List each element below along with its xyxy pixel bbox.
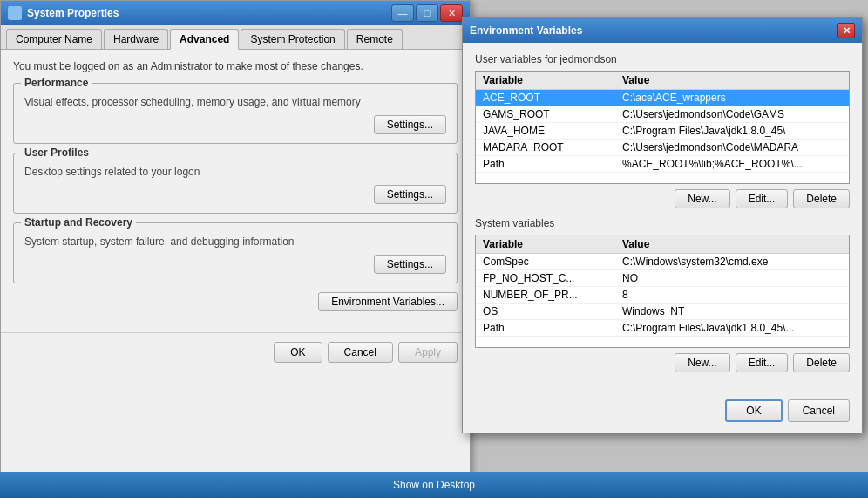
user-var-value: %ACE_ROOT%\lib;%ACE_ROOT%\...: [615, 156, 849, 173]
system-var-row[interactable]: FP_NO_HOST_C...NO: [476, 270, 849, 287]
system-vars-label: System variables: [475, 217, 850, 229]
system-props-title: System Properties: [27, 7, 119, 19]
system-vars-col-variable: Variable: [476, 235, 615, 254]
system-var-name: OS: [476, 304, 615, 320]
user-vars-table-container[interactable]: Variable Value ACE_ROOTC:\ace\ACE_wrappe…: [475, 71, 850, 184]
cancel-button[interactable]: Cancel: [328, 342, 393, 363]
tab-system-protection[interactable]: System Protection: [241, 29, 344, 49]
system-var-value: C:\Program Files\Java\jdk1.8.0_45\...: [615, 320, 849, 337]
user-vars-edit-button[interactable]: Edit...: [736, 189, 789, 208]
user-profiles-section: User Profiles Desktop settings related t…: [13, 153, 458, 214]
system-var-name: FP_NO_HOST_C...: [476, 270, 615, 287]
user-var-value: C:\Users\jedmondson\Code\GAMS: [615, 106, 849, 123]
startup-recovery-label: Startup and Recovery: [21, 216, 136, 229]
ok-button[interactable]: OK: [274, 342, 322, 363]
system-var-value: 8: [615, 287, 849, 304]
startup-recovery-description: System startup, system failure, and debu…: [24, 235, 446, 248]
user-vars-table: Variable Value ACE_ROOTC:\ace\ACE_wrappe…: [476, 72, 849, 173]
taskbar-label: Show on Desktop: [393, 479, 475, 491]
user-var-name: ACE_ROOT: [476, 90, 615, 106]
system-var-row[interactable]: ComSpecC:\Windows\system32\cmd.exe: [476, 254, 849, 270]
user-profiles-description: Desktop settings related to your logon: [24, 166, 446, 178]
user-var-name: Path: [476, 156, 615, 173]
system-props-title-bar: System Properties — □ ✕: [1, 1, 470, 25]
system-var-name: ComSpec: [476, 254, 615, 270]
system-vars-edit-button[interactable]: Edit...: [736, 353, 789, 372]
user-var-name: JAVA_HOME: [476, 123, 615, 140]
system-var-value: C:\Windows\system32\cmd.exe: [615, 254, 849, 270]
user-vars-label: User variables for jedmondson: [475, 53, 850, 65]
env-vars-button[interactable]: Environment Variables...: [318, 292, 458, 311]
system-vars-new-button[interactable]: New...: [675, 353, 729, 372]
user-var-value: C:\Users\jedmondson\Code\MADARA: [615, 140, 849, 156]
performance-description: Visual effects, processor scheduling, me…: [24, 96, 446, 108]
user-var-row[interactable]: Path%ACE_ROOT%\lib;%ACE_ROOT%\...: [476, 156, 849, 173]
env-vars-dialog: Environment Variables ✕ User variables f…: [462, 17, 863, 433]
user-var-row[interactable]: MADARA_ROOTC:\Users\jedmondson\Code\MADA…: [476, 140, 849, 156]
tab-advanced[interactable]: Advanced: [170, 29, 239, 50]
user-profiles-settings-button[interactable]: Settings...: [374, 185, 446, 204]
user-var-name: MADARA_ROOT: [476, 140, 615, 156]
env-cancel-button[interactable]: Cancel: [788, 399, 850, 422]
system-vars-delete-button[interactable]: Delete: [793, 353, 850, 372]
system-props-window: System Properties — □ ✕ Computer Name Ha…: [0, 0, 471, 498]
system-var-value: NO: [615, 270, 849, 287]
taskbar: Show on Desktop: [0, 472, 868, 498]
system-vars-table: Variable Value ComSpecC:\Windows\system3…: [476, 235, 849, 337]
env-vars-title-bar: Environment Variables ✕: [463, 18, 862, 43]
tab-hardware[interactable]: Hardware: [104, 29, 168, 49]
user-var-value: C:\ace\ACE_wrappers: [615, 90, 849, 106]
system-var-row[interactable]: NUMBER_OF_PR...8: [476, 287, 849, 304]
startup-recovery-section: Startup and Recovery System startup, sys…: [13, 222, 458, 283]
tab-remote[interactable]: Remote: [347, 29, 403, 49]
startup-recovery-settings-button[interactable]: Settings...: [374, 255, 446, 274]
user-vars-col-variable: Variable: [476, 72, 615, 90]
env-ok-button[interactable]: OK: [725, 399, 782, 422]
performance-settings-button[interactable]: Settings...: [374, 115, 446, 134]
user-var-name: GAMS_ROOT: [476, 106, 615, 123]
system-vars-table-container[interactable]: Variable Value ComSpecC:\Windows\system3…: [475, 235, 850, 348]
user-profiles-label: User Profiles: [21, 147, 92, 159]
close-button[interactable]: ✕: [440, 4, 463, 22]
performance-label: Performance: [21, 77, 92, 89]
system-props-bottom-buttons: OK Cancel Apply: [1, 332, 470, 372]
system-var-row[interactable]: OSWindows_NT: [476, 304, 849, 320]
system-var-row[interactable]: PathC:\Program Files\Java\jdk1.8.0_45\..…: [476, 320, 849, 337]
env-vars-title: Environment Variables: [470, 24, 582, 37]
minimize-button[interactable]: —: [391, 4, 414, 22]
tab-computer-name[interactable]: Computer Name: [6, 29, 102, 49]
maximize-button[interactable]: □: [416, 4, 438, 22]
system-var-name: Path: [476, 320, 615, 337]
user-var-value: C:\Program Files\Java\jdk1.8.0_45\: [615, 123, 849, 140]
user-var-row[interactable]: GAMS_ROOTC:\Users\jedmondson\Code\GAMS: [476, 106, 849, 123]
env-close-button[interactable]: ✕: [837, 23, 855, 38]
user-var-row[interactable]: JAVA_HOMEC:\Program Files\Java\jdk1.8.0_…: [476, 123, 849, 140]
apply-button[interactable]: Apply: [398, 342, 458, 363]
advanced-tab-content: You must be logged on as an Administrato…: [1, 50, 470, 329]
user-var-row[interactable]: ACE_ROOTC:\ace\ACE_wrappers: [476, 90, 849, 106]
system-var-name: NUMBER_OF_PR...: [476, 287, 615, 304]
tabs-bar: Computer Name Hardware Advanced System P…: [1, 25, 470, 50]
system-var-value: Windows_NT: [615, 304, 849, 320]
system-props-icon: [8, 6, 22, 20]
user-vars-col-value: Value: [615, 72, 849, 90]
env-dialog-bottom-buttons: OK Cancel: [463, 392, 862, 433]
user-vars-new-button[interactable]: New...: [675, 189, 729, 208]
performance-section: Performance Visual effects, processor sc…: [13, 83, 458, 144]
user-vars-delete-button[interactable]: Delete: [793, 189, 850, 208]
admin-notice: You must be logged on as an Administrato…: [13, 60, 458, 72]
system-vars-col-value: Value: [615, 235, 849, 254]
